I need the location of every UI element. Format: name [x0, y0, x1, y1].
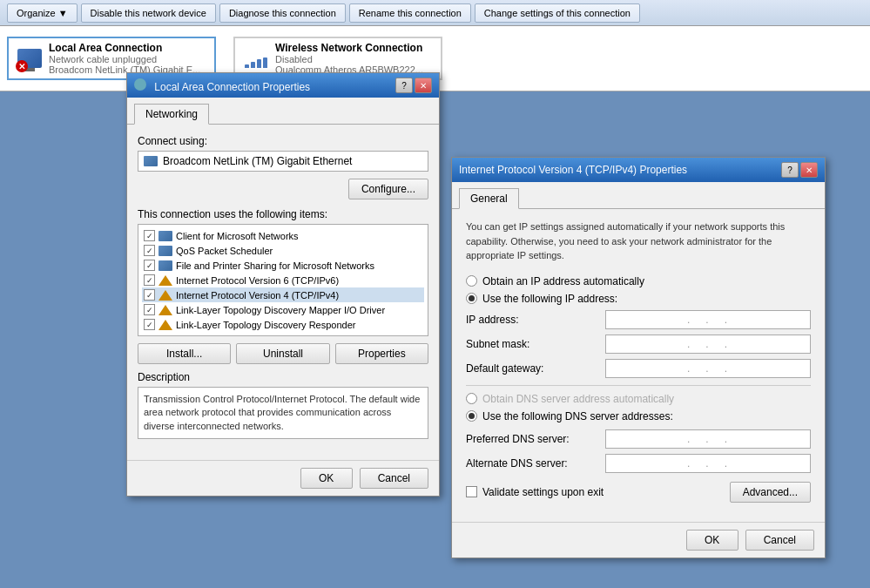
lan-cancel-button[interactable]: Cancel	[360, 468, 428, 489]
item-label-6: Link-Layer Topology Discovery Responder	[176, 320, 355, 330]
install-button[interactable]: Install...	[138, 343, 231, 364]
lan-ok-button[interactable]: OK	[300, 468, 353, 489]
list-item[interactable]: Link-Layer Topology Discovery Responder	[142, 317, 424, 332]
auto-ip-radio[interactable]	[466, 275, 477, 287]
item-label-1: QoS Packet Scheduler	[176, 246, 273, 256]
organize-button[interactable]: Organize ▼	[7, 3, 78, 23]
item-label-0: Client for Microsoft Networks	[176, 231, 299, 241]
toolbar: Organize ▼ Disable this network device D…	[0, 0, 870, 26]
ipv4-tab-bar: General	[452, 182, 825, 209]
description-heading: Description	[138, 371, 428, 383]
item-checkbox-2[interactable]	[144, 260, 155, 271]
manual-dns-radio[interactable]	[466, 410, 477, 422]
list-item[interactable]: Client for Microsoft Networks	[142, 228, 424, 243]
tri-icon-3	[158, 275, 172, 286]
disable-device-button[interactable]: Disable this network device	[81, 3, 216, 23]
ipv4-info-text: You can get IP settings assigned automat…	[466, 220, 811, 263]
lan-properties-dialog: Local Area Connection Properties ? ✕ Net…	[126, 72, 440, 497]
list-item[interactable]: Link-Layer Topology Discovery Mapper I/O…	[142, 302, 424, 317]
ipv4-ok-button[interactable]: OK	[686, 530, 738, 551]
lan-card-title: Local Area Connection	[49, 42, 200, 54]
default-gateway-label: Default gateway:	[466, 362, 605, 375]
wireless-icon	[242, 44, 270, 72]
list-item-selected[interactable]: Internet Protocol Version 4 (TCP/IPv4)	[142, 287, 424, 302]
preferred-dns-value: . . .	[673, 433, 743, 445]
items-label: This connection uses the following items…	[138, 208, 428, 220]
manual-dns-label: Use the following DNS server addresses:	[482, 410, 673, 422]
item-label-4: Internet Protocol Version 4 (TCP/IPv4)	[176, 290, 339, 301]
alternate-dns-field[interactable]: . . .	[605, 454, 811, 473]
wireless-card-title: Wireless Network Connection	[275, 42, 423, 54]
ipv4-close-button[interactable]: ✕	[800, 162, 818, 178]
tri-icon-5	[158, 305, 172, 315]
alternate-dns-row: Alternate DNS server: . . .	[466, 454, 811, 473]
auto-dns-label: Obtain DNS server address automatically	[482, 393, 674, 405]
configure-button[interactable]: Configure...	[348, 179, 428, 199]
ipv4-properties-dialog: Internet Protocol Version 4 (TCP/IPv4) P…	[451, 157, 826, 558]
action-buttons-row: Install... Uninstall Properties	[138, 343, 428, 364]
auto-dns-radio-row[interactable]: Obtain DNS server address automatically	[466, 393, 811, 405]
lan-title-icon	[134, 78, 146, 91]
validate-checkbox[interactable]	[466, 486, 477, 497]
section-divider	[466, 385, 811, 386]
subnet-mask-field[interactable]: . . .	[605, 335, 811, 354]
ipv4-help-button[interactable]: ?	[781, 162, 799, 178]
ipv4-cancel-button[interactable]: Cancel	[745, 530, 814, 551]
manual-dns-radio-row[interactable]: Use the following DNS server addresses:	[466, 410, 811, 422]
ipv4-dialog-titlebar: Internet Protocol Version 4 (TCP/IPv4) P…	[452, 158, 825, 182]
item-checkbox-1[interactable]	[144, 245, 155, 256]
auto-dns-radio[interactable]	[466, 393, 477, 404]
item-checkbox-3[interactable]	[144, 274, 155, 286]
ip-address-label: IP address:	[466, 314, 605, 326]
default-gateway-value: . . .	[673, 362, 743, 375]
list-item[interactable]: File and Printer Sharing for Microsoft N…	[142, 258, 424, 273]
alternate-dns-value: . . .	[673, 457, 743, 470]
uninstall-button[interactable]: Uninstall	[236, 343, 329, 364]
adapter-name-text: Broadcom NetLink (TM) Gigabit Ethernet	[163, 155, 352, 167]
tri-icon-4	[158, 290, 172, 301]
default-gateway-field[interactable]: . . .	[605, 359, 811, 378]
rename-button[interactable]: Rename this connection	[349, 3, 471, 23]
tri-icon-6	[158, 320, 172, 330]
preferred-dns-field[interactable]: . . .	[605, 429, 811, 449]
networking-tab[interactable]: Networking	[134, 104, 209, 125]
manual-ip-radio-row[interactable]: Use the following IP address:	[466, 293, 811, 305]
ip-address-value: . . .	[673, 314, 743, 326]
lan-icon: ✕	[16, 44, 44, 72]
lan-dialog-titlebar: Local Area Connection Properties ? ✕	[127, 73, 439, 98]
general-tab[interactable]: General	[459, 188, 519, 209]
item-checkbox-5[interactable]	[144, 304, 155, 315]
error-icon: ✕	[16, 60, 28, 72]
item-label-2: File and Printer Sharing for Microsoft N…	[176, 260, 374, 271]
preferred-dns-label: Preferred DNS server:	[466, 433, 605, 445]
item-checkbox-0[interactable]	[144, 230, 155, 241]
ipv4-body: You can get IP settings assigned automat…	[452, 209, 825, 522]
change-settings-button[interactable]: Change settings of this connection	[475, 3, 640, 23]
lan-tab-bar: Networking	[127, 98, 439, 125]
manual-ip-label: Use the following IP address:	[482, 293, 617, 305]
preferred-dns-row: Preferred DNS server: . . .	[466, 429, 811, 449]
advanced-button[interactable]: Advanced...	[730, 482, 811, 503]
lan-card-status: Network cable unplugged	[49, 54, 200, 64]
manual-ip-radio[interactable]	[466, 293, 477, 304]
lan-ok-row: OK Cancel	[127, 460, 439, 496]
lan-dialog-help-button[interactable]: ?	[395, 78, 413, 93]
lan-dialog-close-button[interactable]: ✕	[415, 78, 432, 93]
ip-address-row: IP address: . . .	[466, 310, 811, 329]
auto-ip-radio-row[interactable]: Obtain an IP address automatically	[466, 275, 811, 287]
connect-using-label: Connect using:	[138, 135, 428, 147]
ip-address-field[interactable]: . . .	[605, 310, 811, 329]
alternate-dns-label: Alternate DNS server:	[466, 457, 605, 470]
dns-table: Preferred DNS server: . . . Alternate DN…	[466, 429, 811, 473]
list-item[interactable]: Internet Protocol Version 6 (TCP/IPv6)	[142, 273, 424, 287]
network-items-list: Client for Microsoft Networks QoS Packet…	[138, 224, 428, 336]
item-checkbox-4[interactable]	[144, 289, 155, 301]
diagnose-button[interactable]: Diagnose this connection	[219, 3, 346, 23]
list-item[interactable]: QoS Packet Scheduler	[142, 243, 424, 258]
item-checkbox-6[interactable]	[144, 319, 155, 330]
lan-dialog-title: Local Area Connection Properties	[154, 81, 310, 93]
wireless-card-status: Disabled	[275, 54, 423, 64]
properties-button[interactable]: Properties	[335, 343, 428, 364]
adapter-icon	[144, 156, 158, 166]
gateway-row: Default gateway: . . .	[466, 359, 811, 378]
